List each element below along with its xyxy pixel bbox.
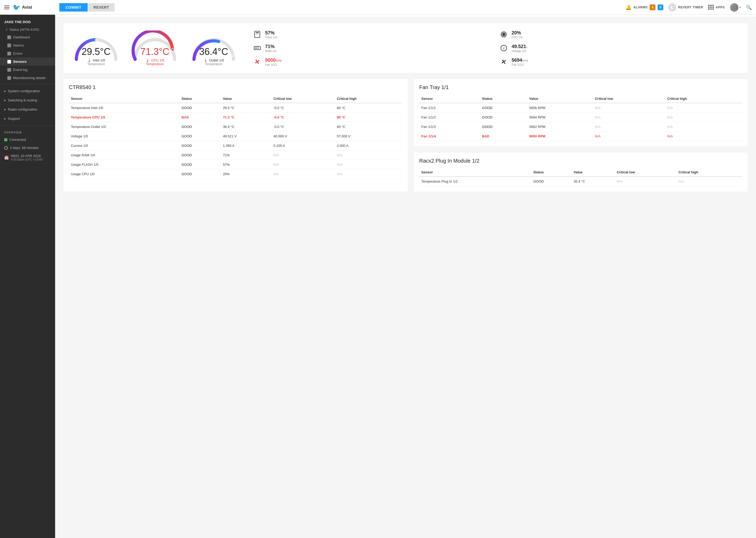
device-name: JAKE THE DOG: [0, 15, 55, 26]
uptime-icon: ↑: [4, 146, 8, 150]
svg-rect-27: [258, 48, 259, 49]
switching-label: Switching & routing: [8, 98, 37, 102]
hamburger-button[interactable]: [4, 6, 10, 9]
fan-tray-title: Fan Tray 1/1: [419, 84, 742, 90]
thermometer-icon-2: 🌡️: [145, 58, 150, 62]
sensor-status: GOOD: [480, 122, 527, 132]
stat-cpu: 20% CPU 1/0: [499, 30, 741, 39]
avatar[interactable]: [730, 3, 738, 12]
sensor-status: GOOD: [179, 122, 221, 132]
table-row: Fan 1/1/2 GOOD 5694 RPM N/A N/A: [419, 113, 742, 122]
svg-text:V: V: [503, 47, 505, 50]
crit-high: N/A: [335, 150, 402, 160]
sidebar-item-errors[interactable]: Errors: [0, 49, 55, 58]
connected-icon: [4, 138, 7, 141]
svg-point-4: [171, 48, 174, 51]
fan-col-critlow: Critical low: [593, 94, 665, 103]
ctr8540-col-crithigh: Critical high: [335, 94, 402, 103]
fan-tray-section: Fan Tray 1/1 Sensor Status Value Critica…: [414, 79, 748, 146]
stat-fan1-label: Fan 1/1/1: [265, 63, 281, 66]
stat-ram-label: RAM 1/0: [265, 49, 276, 53]
alarm-badge-orange: 4: [650, 4, 655, 10]
thermometer-icon-3: 🌡️: [204, 58, 208, 62]
revert-button[interactable]: REVERT: [88, 3, 115, 12]
flash-icon: [253, 30, 262, 39]
sensor-value: 71.3 °C: [221, 113, 271, 122]
sensor-status: GOOD: [179, 132, 221, 141]
stat-flash: 57% Flash 1/0: [253, 30, 495, 39]
commit-button[interactable]: COMMIT: [59, 3, 88, 12]
sensor-value: 5656 RPM: [527, 103, 593, 113]
time-label: 4:20:23pm (UTC +13:00): [11, 158, 43, 161]
stat-flash-label: Flash 1/0: [265, 36, 277, 39]
sidebar-item-dashboard[interactable]: Dashboard: [0, 33, 55, 41]
alarm-label: ALARMS: [634, 6, 647, 9]
crit-high: N/A: [665, 103, 742, 113]
table-row: Temperature Outlet 1/0 GOOD 36.4 °C -5.0…: [69, 122, 402, 132]
fan-col-value: Value: [527, 94, 593, 103]
search-icon[interactable]: 🔍: [746, 4, 752, 10]
sensors-icon: [7, 60, 11, 64]
crit-low: N/A: [593, 103, 665, 113]
stat-fan1: 9000RPM Fan 1/1/1: [253, 57, 495, 67]
sidebar-item-radio[interactable]: ▶ Radio configuration: [0, 105, 55, 114]
table-row: Usage RAM 1/0 GOOD 71% N/A N/A: [69, 150, 402, 160]
revert-timer-section[interactable]: REVERT TIMER: [669, 4, 703, 11]
crit-high: N/A: [665, 132, 742, 141]
sidebar-item-manufacturing[interactable]: Manufacturing details: [0, 74, 55, 82]
tables-row: CTR8540 1 Sensor Status Value Critical l…: [64, 79, 748, 191]
crit-high: N/A: [335, 169, 402, 179]
sidebar-item-switching[interactable]: ▶ Switching & routing: [0, 96, 55, 105]
sensor-status: GOOD: [480, 113, 527, 122]
sidebar-item-eventlog[interactable]: Event log: [0, 66, 55, 74]
svg-point-34: [257, 61, 258, 63]
sensor-status: GOOD: [531, 177, 572, 186]
sidebar-item-sensors[interactable]: Sensors: [0, 58, 55, 66]
revert-timer-label: REVERT TIMER: [678, 6, 703, 9]
apps-section[interactable]: APPS: [708, 5, 725, 10]
svg-point-2: [732, 8, 737, 12]
gauge-cpu: 71.3°C 🌡️ CPU 1/0 Temperature: [129, 30, 181, 66]
dashboard-icon: [7, 35, 11, 39]
svg-rect-25: [255, 48, 256, 49]
racx2-col-status: Status: [531, 168, 572, 177]
sidebar-item-alarms[interactable]: Alarms: [0, 41, 55, 49]
svg-point-1: [732, 5, 736, 8]
header-actions: COMMIT REVERT: [59, 3, 626, 12]
overview-datetime: 📅 WED, 20 APR 2016 4:20:23pm (UTC +13:00…: [0, 152, 55, 163]
table-row: Temperature Plug In 1/2 GOOD 36.4 °C N/A…: [419, 177, 742, 186]
fan-col-sensor: Sensor: [419, 94, 480, 103]
table-row: Temperature CPU 1/0 BAD 71.3 °C -5.0 °C …: [69, 113, 402, 122]
sensor-name: Temperature CPU 1/0: [69, 113, 179, 122]
stat-voltage-value: 49.521v: [512, 44, 528, 49]
sensor-value: 49.521 V: [221, 132, 271, 141]
sensor-name: Temperature Inlet 1/0: [69, 103, 179, 113]
alarms-icon: [7, 44, 11, 47]
manufacturing-icon: [7, 76, 11, 80]
sidebar-item-status[interactable]: ▼ Status (WTM 4100): [0, 26, 55, 33]
overview-title: OVERVIEW: [0, 128, 55, 135]
manufacturing-label: Manufacturing details: [13, 76, 46, 80]
ctr8540-col-value: Value: [221, 94, 271, 103]
racx2-col-crithigh: Critical high: [677, 168, 742, 177]
crit-high: N/A: [665, 122, 742, 132]
sidebar-item-support[interactable]: ▶ Support: [0, 114, 55, 123]
user-menu[interactable]: ▾: [730, 3, 741, 12]
eventlog-icon: [7, 68, 11, 72]
crit-high: N/A: [665, 113, 742, 122]
svg-point-35: [503, 61, 504, 63]
sensor-value: 9000 RPM: [527, 132, 593, 141]
crit-low: N/A: [593, 132, 665, 141]
fan-col-crithigh: Critical high: [665, 94, 742, 103]
sidebar-item-system-config[interactable]: ▶ System configuration: [0, 86, 55, 96]
crit-low: N/A: [593, 113, 665, 122]
sensor-value: 1.390 A: [221, 141, 271, 150]
sensor-status: GOOD: [179, 103, 221, 113]
svg-rect-8: [256, 34, 259, 34]
fan-col-status: Status: [480, 94, 527, 103]
chevron-down-icon: ▾: [739, 6, 741, 9]
crit-low: 40.000 V: [271, 132, 335, 141]
apps-grid-icon: [708, 5, 714, 10]
gauges-section: 29.5°C 🌡️ Intel 1/0 Temperature: [64, 24, 748, 73]
system-config-label: System configuration: [8, 89, 40, 93]
